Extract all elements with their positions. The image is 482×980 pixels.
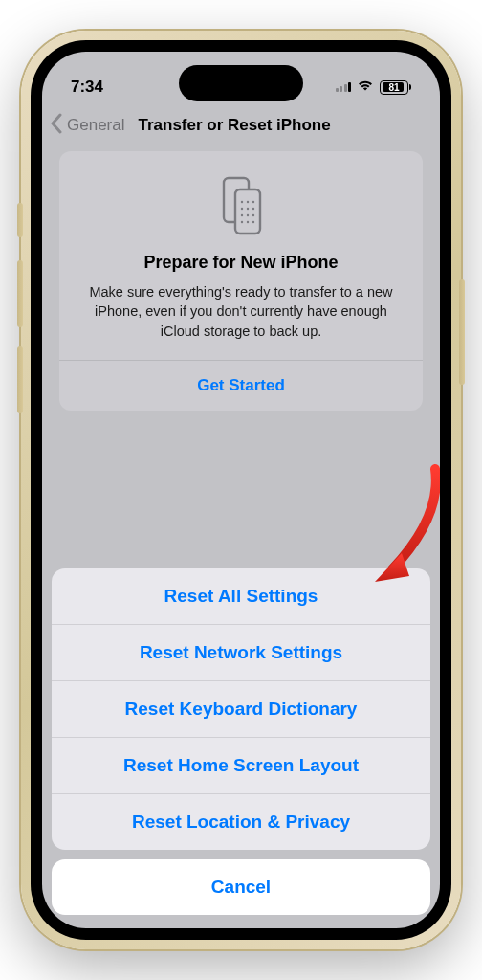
svg-point-6 [247,208,249,210]
back-button[interactable]: General [67,116,124,135]
status-time: 7:34 [71,78,103,97]
dynamic-island [179,65,303,101]
mute-switch [17,203,23,237]
svg-point-12 [247,221,249,223]
card-title: Prepare for New iPhone [77,253,405,273]
phone-frame: 7:34 [21,31,461,949]
reset-keyboard-dictionary-button[interactable]: Reset Keyboard Dictionary [52,681,430,738]
svg-point-10 [252,214,254,216]
cancel-button[interactable]: Cancel [52,859,430,915]
svg-point-7 [252,208,254,210]
power-button [459,279,465,385]
svg-point-9 [247,214,249,216]
reset-location-privacy-button[interactable]: Reset Location & Privacy [52,794,430,850]
action-sheet: Reset All Settings Reset Network Setting… [52,568,430,915]
page-title: Transfer or Reset iPhone [138,116,330,135]
svg-point-11 [241,221,243,223]
battery-level: 81 [388,82,399,93]
card-description: Make sure everything's ready to transfer… [77,282,405,341]
get-started-button[interactable]: Get Started [77,361,405,411]
svg-point-13 [252,221,254,223]
volume-up-button [17,260,23,327]
battery-icon: 81 [380,80,411,95]
svg-rect-1 [235,189,260,234]
reset-home-screen-layout-button[interactable]: Reset Home Screen Layout [52,738,430,794]
prepare-card: Prepare for New iPhone Make sure everyth… [59,151,423,411]
phones-icon [77,172,405,237]
reset-all-settings-button[interactable]: Reset All Settings [52,568,430,625]
screen: 7:34 [42,52,440,928]
reset-network-settings-button[interactable]: Reset Network Settings [52,625,430,681]
svg-point-3 [247,201,249,203]
svg-point-2 [241,201,243,203]
svg-point-4 [252,201,254,203]
nav-bar: General Transfer or Reset iPhone [42,105,440,151]
cellular-signal-icon [336,82,352,92]
svg-point-8 [241,214,243,216]
wifi-icon [357,78,374,97]
back-chevron-icon[interactable] [50,113,63,138]
volume-down-button [17,346,23,413]
svg-point-5 [241,208,243,210]
